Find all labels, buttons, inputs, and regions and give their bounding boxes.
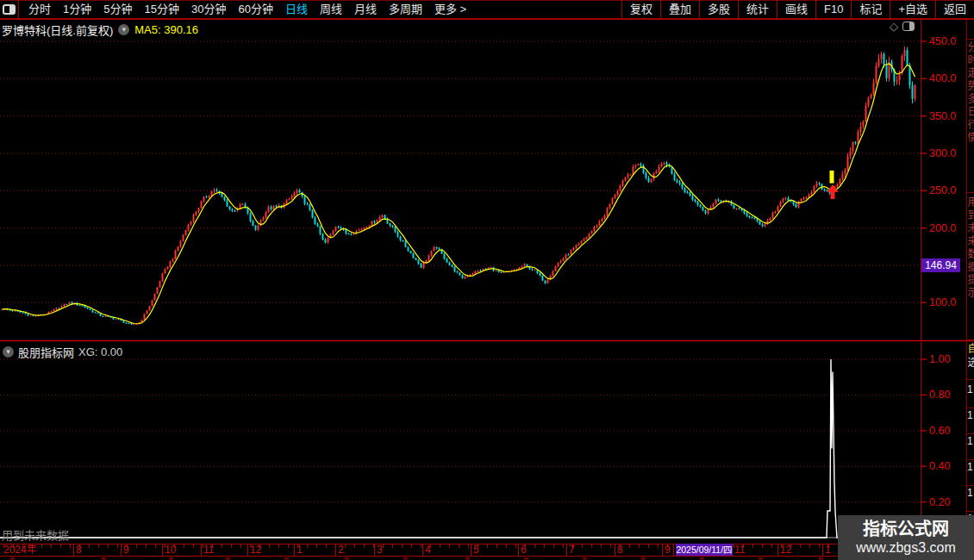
indicator-name: 股朋指标网 xyxy=(18,344,74,360)
month-label: 1 xyxy=(297,544,303,556)
tool-button-复权[interactable]: 复权 xyxy=(621,1,660,18)
period-tab-多周期[interactable]: 多周期 xyxy=(383,1,428,18)
price-axis-label: 400.0 xyxy=(929,72,956,84)
period-tab-日线[interactable]: 日线 xyxy=(279,1,314,18)
chevron-down-icon[interactable]: ▾ xyxy=(118,24,129,35)
tool-button-多股[interactable]: 多股 xyxy=(699,1,738,18)
month-label: 2 xyxy=(338,544,344,556)
chart-title-bar: 罗博特科(日线.前复权) ▾ MA5: 390.16 xyxy=(2,22,198,38)
indicator-axis-label: 0.40 xyxy=(929,460,950,472)
tool-button-标记[interactable]: 标记 xyxy=(851,1,890,18)
indicator-axis-label: 1.00 xyxy=(929,353,950,365)
price-axis-label: 450.0 xyxy=(929,35,956,47)
strip-number: 1 xyxy=(967,409,973,421)
watermark-title: 指标公式网 xyxy=(863,519,949,539)
month-label: 7 xyxy=(569,544,575,556)
clipped-side-panel: 分时走势多日行情用到未来数据提示自选股111111 xyxy=(967,20,974,515)
indicator-axis-label: 0.80 xyxy=(929,389,950,401)
month-label: 4 xyxy=(425,544,431,556)
tool-button-画线[interactable]: 画线 xyxy=(777,1,815,18)
tool-button-+自选[interactable]: +自选 xyxy=(890,1,935,18)
strip-number: 1 xyxy=(967,383,973,395)
window-layout-button[interactable] xyxy=(0,1,19,18)
strip-divider xyxy=(967,39,974,40)
month-label: 2024年 xyxy=(3,544,37,556)
chevron-down-icon[interactable]: ▾ xyxy=(3,346,14,358)
strip-divider xyxy=(967,192,974,193)
month-label: 12 xyxy=(250,544,261,556)
indicator-header: ▾ 股朋指标网 XG: 0.00 xyxy=(3,344,122,360)
month-label: 11 xyxy=(203,544,214,556)
indicator-axis-label: 0.60 xyxy=(929,425,950,437)
watermark-url: www.zbgs3.com xyxy=(856,539,956,557)
strip-divider xyxy=(967,379,974,380)
split-window-icon[interactable] xyxy=(902,22,915,31)
strip-number: 1 xyxy=(967,487,973,499)
clipped-vertical-text: 用到未来数据提示 xyxy=(967,196,974,334)
strip-number: 1 xyxy=(967,461,973,473)
clipped-vertical-text: 分时走势多日行情 xyxy=(967,41,974,190)
period-tab-周线[interactable]: 周线 xyxy=(314,1,348,18)
ma5-value: MA5: 390.16 xyxy=(134,23,198,36)
strip-divider xyxy=(967,433,974,434)
indicator-value: XG: 0.00 xyxy=(78,345,122,358)
month-label: 10 xyxy=(165,544,176,556)
period-tab-月线[interactable]: 月线 xyxy=(348,1,383,18)
diamond-icon[interactable]: ◇ xyxy=(890,21,898,32)
tool-button-F10[interactable]: F10 xyxy=(815,1,851,18)
month-label: 8 xyxy=(617,544,623,556)
month-label: 6 xyxy=(521,544,527,556)
strip-divider xyxy=(967,485,974,486)
period-tab-1分钟[interactable]: 1分钟 xyxy=(57,1,97,18)
month-label: 8 xyxy=(76,544,82,556)
chart-corner-icons: ◇ xyxy=(890,21,915,32)
top-toolbar: 分时1分钟5分钟15分钟30分钟60分钟日线周线月线多周期更多 ˃ 复权叠加多股… xyxy=(0,0,974,19)
month-label: 12 xyxy=(780,544,791,556)
split-window-icon xyxy=(3,4,16,15)
month-label: 1 xyxy=(825,544,831,556)
month-label: 9 xyxy=(665,544,671,556)
period-tabs: 分时1分钟5分钟15分钟30分钟60分钟日线周线月线多周期更多 ˃ xyxy=(19,1,472,18)
price-axis-label: 250.0 xyxy=(929,184,956,196)
period-tab-5分钟[interactable]: 5分钟 xyxy=(97,1,138,18)
price-axis-label: 200.0 xyxy=(929,222,956,234)
period-tab-60分钟[interactable]: 60分钟 xyxy=(232,1,278,18)
price-axis-label: 100.0 xyxy=(929,296,956,308)
clipped-vertical-text: 自 xyxy=(967,343,974,357)
strip-divider xyxy=(967,408,974,408)
chart-canvas[interactable] xyxy=(0,0,974,560)
strip-number: 1 xyxy=(967,435,973,447)
price-highlight-badge: 146.94 xyxy=(921,258,960,272)
price-axis-label: 300.0 xyxy=(929,147,956,159)
strip-divider xyxy=(967,339,974,340)
stock-title: 罗博特科(日线.前复权) xyxy=(2,22,113,38)
tool-button-统计[interactable]: 统计 xyxy=(738,1,777,18)
month-label: 11 xyxy=(734,544,745,556)
period-tab-30分钟[interactable]: 30分钟 xyxy=(185,1,232,18)
period-tab-更多 ˃[interactable]: 更多 ˃ xyxy=(428,1,472,18)
tool-buttons: 复权叠加多股统计画线F10标记+自选返回 xyxy=(621,1,974,18)
clipped-vertical-text: 选股 xyxy=(967,357,974,379)
strip-divider xyxy=(967,511,974,512)
tool-button-叠加[interactable]: 叠加 xyxy=(660,1,699,18)
month-label: 9 xyxy=(123,544,129,556)
watermark: 指标公式网 www.zbgs3.com xyxy=(838,515,974,560)
tool-button-返回[interactable]: 返回 xyxy=(935,1,974,18)
month-label: 5 xyxy=(473,544,479,556)
date-highlight-badge: 2025/09/11/四 xyxy=(676,544,733,556)
app-window: 分时1分钟5分钟15分钟30分钟60分钟日线周线月线多周期更多 ˃ 复权叠加多股… xyxy=(0,0,974,560)
period-tab-分时[interactable]: 分时 xyxy=(22,1,57,18)
indicator-axis-label: 0.20 xyxy=(929,496,950,508)
period-tab-15分钟[interactable]: 15分钟 xyxy=(138,1,184,18)
strip-divider xyxy=(967,459,974,460)
price-axis-label: 350.0 xyxy=(929,110,956,122)
month-label: 3 xyxy=(377,544,383,556)
future-data-warning: 用到未来数据 xyxy=(2,526,69,543)
